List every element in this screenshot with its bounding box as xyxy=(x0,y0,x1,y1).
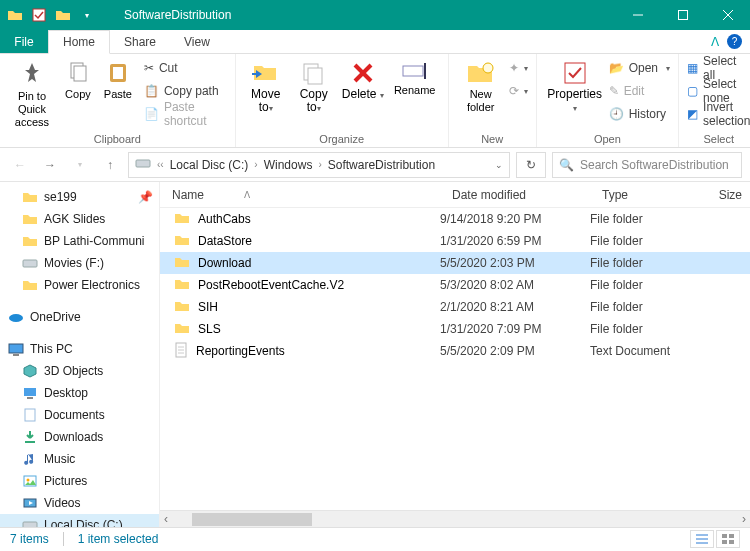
view-large-button[interactable] xyxy=(716,530,740,548)
file-row[interactable]: ReportingEvents5/5/2020 2:09 PMText Docu… xyxy=(160,340,750,362)
svg-rect-38 xyxy=(729,534,734,538)
svg-rect-37 xyxy=(722,534,727,538)
nav-tree[interactable]: se199📌AGK SlidesBP Lathi-CommuniMovies (… xyxy=(0,182,160,527)
tree-item[interactable]: 3D Objects xyxy=(0,360,159,382)
tree-item[interactable]: OneDrive xyxy=(0,306,159,328)
crumb-softwaredistribution[interactable]: SoftwareDistribution xyxy=(328,158,435,172)
tree-label: Movies (F:) xyxy=(44,256,104,270)
tree-icon xyxy=(8,341,24,357)
qat-properties-icon[interactable] xyxy=(30,6,48,24)
tab-view[interactable]: View xyxy=(170,30,224,53)
file-row[interactable]: SLS1/31/2020 7:09 PMFile folder xyxy=(160,318,750,340)
folder-app-icon xyxy=(6,6,24,24)
minimize-button[interactable] xyxy=(615,0,660,30)
edit-button[interactable]: ✎Edit xyxy=(609,81,670,101)
tree-item[interactable]: This PC xyxy=(0,338,159,360)
tree-item[interactable]: Pictures xyxy=(0,470,159,492)
delete-button[interactable]: Delete ▾ xyxy=(340,58,386,102)
search-input[interactable]: 🔍 Search SoftwareDistribution xyxy=(552,152,742,178)
copy-button[interactable]: Copy xyxy=(60,58,96,101)
folder-icon xyxy=(174,299,190,316)
tab-home[interactable]: Home xyxy=(48,30,110,54)
svg-rect-18 xyxy=(23,260,37,267)
tree-item[interactable]: Documents xyxy=(0,404,159,426)
file-type: File folder xyxy=(590,300,700,314)
copy-to-button[interactable]: Copy to▾ xyxy=(292,58,336,115)
help-icon[interactable]: ? xyxy=(727,34,742,49)
copy-path-button[interactable]: 📋Copy path xyxy=(144,81,227,101)
refresh-button[interactable]: ↻ xyxy=(516,152,546,178)
horizontal-scrollbar[interactable]: ‹ › xyxy=(160,510,750,527)
new-item-button[interactable]: ✦▾ xyxy=(509,58,528,78)
tree-item[interactable]: Videos xyxy=(0,492,159,514)
ribbon-collapse-icon[interactable]: ᐱ xyxy=(711,35,719,49)
group-new-label: New xyxy=(457,132,528,145)
crumb-localdisc[interactable]: Local Disc (C:) xyxy=(170,158,249,172)
col-name[interactable]: Nameᐱ xyxy=(160,182,440,207)
easy-access-button[interactable]: ⟳▾ xyxy=(509,81,528,101)
tab-share[interactable]: Share xyxy=(110,30,170,53)
file-row[interactable]: AuthCabs9/14/2018 9:20 PMFile folder xyxy=(160,208,750,230)
new-folder-button[interactable]: New folder xyxy=(457,58,505,114)
scroll-left-icon[interactable]: ‹ xyxy=(160,512,172,526)
qat-newfolder-icon[interactable] xyxy=(54,6,72,24)
pasteshort-icon: 📄 xyxy=(144,107,159,121)
nav-back-button[interactable]: ← xyxy=(8,153,32,177)
tree-item[interactable]: Downloads xyxy=(0,426,159,448)
svg-rect-16 xyxy=(565,63,585,83)
sort-asc-icon: ᐱ xyxy=(244,190,250,200)
nav-recent-button[interactable]: ▾ xyxy=(68,153,92,177)
select-all-button[interactable]: ▦Select all xyxy=(687,58,750,78)
history-button[interactable]: 🕘History xyxy=(609,104,670,124)
qat-caret-icon[interactable]: ▾ xyxy=(78,6,96,24)
scroll-right-icon[interactable]: › xyxy=(738,512,750,526)
close-button[interactable] xyxy=(705,0,750,30)
file-row[interactable]: PostRebootEventCache.V25/3/2020 8:02 AMF… xyxy=(160,274,750,296)
crumb-sep-icon[interactable]: ‹‹ xyxy=(157,159,164,170)
file-row[interactable]: DataStore1/31/2020 6:59 PMFile folder xyxy=(160,230,750,252)
tree-item[interactable]: Power Electronics xyxy=(0,274,159,296)
file-type: File folder xyxy=(590,322,700,336)
tree-item[interactable]: Local Disc (C:) xyxy=(0,514,159,527)
pin-quickaccess-button[interactable]: Pin to Quick access xyxy=(8,58,56,129)
address-bar[interactable]: ‹‹ Local Disc (C:) › Windows › SoftwareD… xyxy=(128,152,510,178)
col-date[interactable]: Date modified xyxy=(440,182,590,207)
tree-label: OneDrive xyxy=(30,310,81,324)
nav-up-button[interactable]: ↑ xyxy=(98,153,122,177)
col-type[interactable]: Type xyxy=(590,182,700,207)
file-row[interactable]: SIH2/1/2020 8:21 AMFile folder xyxy=(160,296,750,318)
tree-label: Music xyxy=(44,452,75,466)
address-dropdown-icon[interactable]: ⌄ xyxy=(495,160,503,170)
cut-button[interactable]: ✂Cut xyxy=(144,58,227,78)
content-area: se199📌AGK SlidesBP Lathi-CommuniMovies (… xyxy=(0,182,750,527)
group-select-label: Select xyxy=(687,132,750,145)
svg-rect-25 xyxy=(25,441,35,443)
open-button[interactable]: 📂Open▾ xyxy=(609,58,670,78)
maximize-button[interactable] xyxy=(660,0,705,30)
view-details-button[interactable] xyxy=(690,530,714,548)
file-name: SIH xyxy=(198,300,218,314)
tree-item[interactable]: Music xyxy=(0,448,159,470)
nav-forward-button[interactable]: → xyxy=(38,153,62,177)
invert-selection-button[interactable]: ◩Invert selection xyxy=(687,104,750,124)
tab-file[interactable]: File xyxy=(0,30,48,53)
tree-item[interactable]: Desktop xyxy=(0,382,159,404)
search-icon: 🔍 xyxy=(559,158,574,172)
paste-button[interactable]: Paste xyxy=(100,58,136,101)
paste-shortcut-button[interactable]: 📄Paste shortcut xyxy=(144,104,227,124)
move-to-button[interactable]: Move to▾ xyxy=(244,58,288,115)
rename-button[interactable]: Rename xyxy=(390,58,440,97)
scroll-thumb[interactable] xyxy=(192,513,312,526)
file-rows[interactable]: AuthCabs9/14/2018 9:20 PMFile folderData… xyxy=(160,208,750,510)
col-size[interactable]: Size xyxy=(700,182,750,207)
column-headers[interactable]: Nameᐱ Date modified Type Size xyxy=(160,182,750,208)
tree-item[interactable]: BP Lathi-Communi xyxy=(0,230,159,252)
tree-item[interactable]: AGK Slides xyxy=(0,208,159,230)
tree-item[interactable]: Movies (F:) xyxy=(0,252,159,274)
file-row[interactable]: Download5/5/2020 2:03 PMFile folder xyxy=(160,252,750,274)
crumb-windows[interactable]: Windows xyxy=(264,158,313,172)
properties-button[interactable]: Properties ▾ xyxy=(545,58,605,115)
tree-item[interactable]: se199📌 xyxy=(0,186,159,208)
select-none-button[interactable]: ▢Select none xyxy=(687,81,750,101)
svg-rect-17 xyxy=(136,160,150,167)
